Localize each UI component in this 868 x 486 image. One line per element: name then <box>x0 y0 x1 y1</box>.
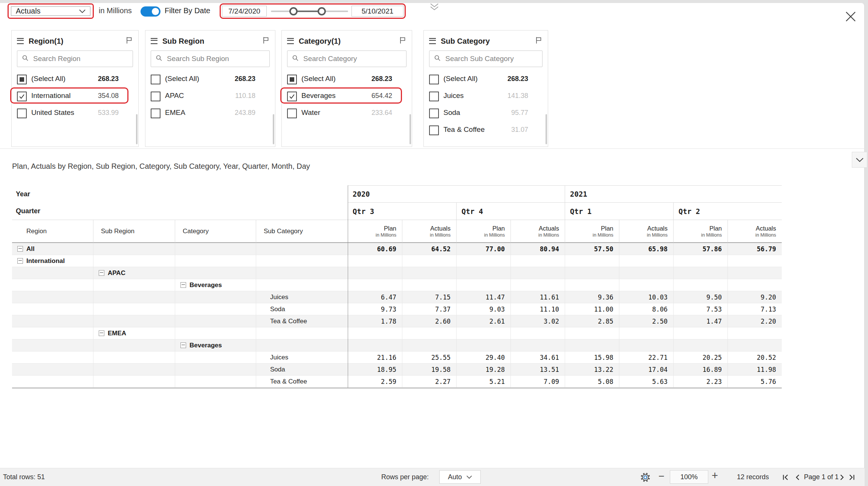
checkbox-unchecked[interactable] <box>429 125 439 135</box>
menu-icon[interactable] <box>17 38 24 44</box>
value-cell <box>510 279 565 291</box>
collapse-minus-icon[interactable] <box>99 270 104 276</box>
slicer-item[interactable]: Juices141.38 <box>424 87 548 104</box>
zoom-level-box[interactable]: 100% <box>670 470 708 484</box>
menu-icon[interactable] <box>151 38 157 44</box>
settings-gear-icon[interactable] <box>640 472 651 483</box>
value-cell: 20.52 <box>727 352 782 364</box>
row-header-empty-cell <box>175 364 256 376</box>
search-input[interactable] <box>303 54 402 63</box>
value-cell <box>456 279 510 291</box>
row-header-empty-cell <box>175 243 256 255</box>
checkbox-indeterminate[interactable] <box>17 75 27 84</box>
checkbox-checked[interactable] <box>287 92 297 101</box>
value-cell <box>619 279 673 291</box>
value-cell: 9.03 <box>456 303 510 315</box>
slicer-scrollbar-thumb[interactable] <box>136 114 138 144</box>
slicer-item[interactable]: International354.08 <box>12 87 138 104</box>
date-slider-end-handle[interactable] <box>318 7 326 15</box>
value-cell: 2.61 <box>456 315 510 327</box>
menu-icon[interactable] <box>429 38 436 44</box>
checkbox-indeterminate[interactable] <box>287 75 297 84</box>
slicer-scrollbar-thumb[interactable] <box>273 114 274 144</box>
menu-icon[interactable] <box>287 38 294 44</box>
collapse-minus-icon[interactable] <box>17 246 23 252</box>
checkbox-unchecked[interactable] <box>429 75 439 84</box>
column-header-category: Category <box>175 220 256 243</box>
slicer-item[interactable]: (Select All)268.23 <box>12 70 138 87</box>
filter-by-date-toggle[interactable] <box>141 6 160 17</box>
collapse-minus-icon[interactable] <box>180 342 186 348</box>
date-end-input[interactable]: 5/10/2021 <box>351 6 403 17</box>
close-icon[interactable] <box>843 9 858 24</box>
flag-icon[interactable] <box>535 36 542 46</box>
measure-unit: in Millions <box>376 232 396 238</box>
row-label: All <box>26 245 35 253</box>
checkbox-unchecked[interactable] <box>429 92 439 101</box>
flag-icon[interactable] <box>262 36 270 46</box>
slicer-item[interactable]: Soda95.77 <box>424 104 548 121</box>
checkbox-unchecked[interactable] <box>151 92 160 101</box>
slicer-item-label: (Select All) <box>443 75 478 83</box>
checkbox-unchecked[interactable] <box>287 109 297 118</box>
value-cell: 2.50 <box>619 315 673 327</box>
slicer-scrollbar-thumb[interactable] <box>546 114 547 144</box>
next-page-button[interactable] <box>839 474 845 481</box>
checkbox-unchecked[interactable] <box>151 75 160 84</box>
search-input[interactable] <box>32 54 128 63</box>
measure-dropdown-value: Actuals <box>16 7 41 15</box>
date-start-input[interactable]: 7/24/2020 <box>222 6 267 17</box>
previous-page-button[interactable] <box>794 474 801 481</box>
slicer-item[interactable]: (Select All)268.23 <box>424 70 548 87</box>
row-header-cell: Juices <box>256 291 348 303</box>
row-header-empty-cell <box>93 364 175 376</box>
collapse-double-chevron-icon[interactable] <box>429 3 439 13</box>
slicer-item[interactable]: APAC110.18 <box>145 87 275 104</box>
row-header-empty-cell <box>175 327 256 339</box>
collapse-minus-icon[interactable] <box>17 258 23 264</box>
slicer-item-value: 354.08 <box>98 92 119 100</box>
checkbox-unchecked[interactable] <box>151 109 160 118</box>
checkbox-checked[interactable] <box>17 92 27 101</box>
row-header-cell: Soda <box>256 364 348 376</box>
last-page-button[interactable] <box>848 474 855 481</box>
zoom-in-button[interactable]: + <box>712 469 718 482</box>
value-cell: 7.09 <box>510 376 565 388</box>
collapse-minus-icon[interactable] <box>99 330 104 336</box>
rows-per-page-dropdown[interactable]: Auto <box>439 470 481 484</box>
slicer-item[interactable]: (Select All)268.23 <box>145 70 275 87</box>
slicer-item[interactable]: Tea & Coffee31.07 <box>424 121 548 138</box>
slicer-item[interactable]: Beverages654.42 <box>282 87 412 104</box>
slicer-item-value: 533.99 <box>98 109 119 117</box>
zoom-out-button[interactable]: − <box>659 471 665 482</box>
slicer-item[interactable]: Water233.64 <box>282 104 412 121</box>
search-input[interactable] <box>445 54 538 63</box>
row-label: Soda <box>270 366 285 373</box>
measure-dropdown[interactable]: Actuals <box>11 6 90 16</box>
slicer-item[interactable]: EMEA243.89 <box>145 104 275 121</box>
collapse-minus-icon[interactable] <box>180 282 186 288</box>
row-header-empty-cell <box>93 315 175 327</box>
checkbox-unchecked[interactable] <box>17 109 27 118</box>
measure-unit: in Millions <box>593 232 613 238</box>
search-icon <box>292 55 299 63</box>
flag-icon[interactable] <box>125 36 133 46</box>
slicer-item[interactable]: United States533.99 <box>12 104 138 121</box>
table-row: Juices21.1625.5529.4034.6115.9822.7120.2… <box>12 352 782 364</box>
value-cell: 19.28 <box>456 364 510 376</box>
search-input[interactable] <box>166 54 265 63</box>
table-row: Soda9.737.379.0311.1011.008.067.537.13 <box>12 303 782 315</box>
flag-icon[interactable] <box>399 36 406 46</box>
date-slider-start-handle[interactable] <box>289 7 298 15</box>
first-page-button[interactable] <box>782 474 789 481</box>
scroll-down-chevron-button[interactable] <box>852 152 867 168</box>
slicer-search-box <box>151 50 270 67</box>
row-label: Juices <box>270 354 288 361</box>
slicer-item[interactable]: (Select All)268.23 <box>282 70 412 87</box>
checkbox-unchecked[interactable] <box>429 109 439 118</box>
row-header-cell: Beverages <box>175 279 256 291</box>
row-header-cell: EMEA <box>93 327 175 339</box>
slicer-scrollbar-thumb[interactable] <box>410 114 411 144</box>
quarter-header: Qtr 3 <box>348 203 456 220</box>
measure-unit: in Millions <box>755 232 776 238</box>
